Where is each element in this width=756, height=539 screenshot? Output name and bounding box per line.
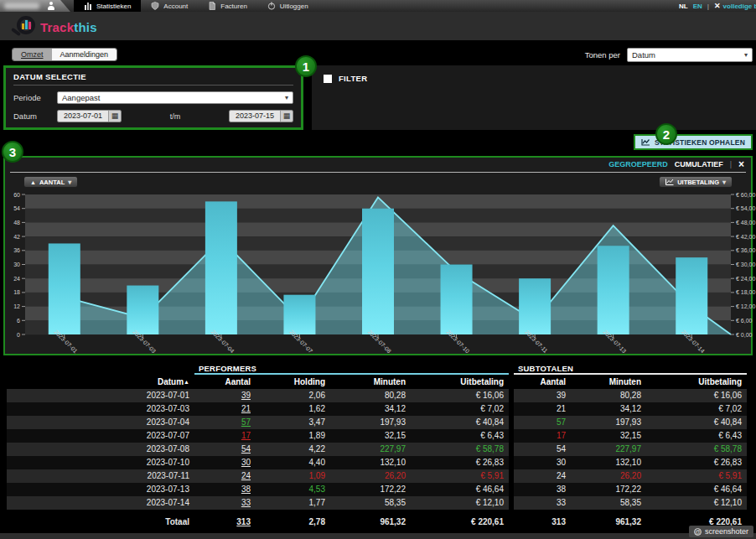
table-cell: 57 xyxy=(514,416,571,429)
divider xyxy=(10,172,746,173)
filter-checkbox[interactable] xyxy=(324,75,332,83)
tonen-per-select[interactable]: Datum ▾ xyxy=(627,48,753,62)
group-subtotalen: SUBTOTALEN xyxy=(514,364,747,375)
table-cell: 33 xyxy=(514,496,571,510)
uitbetaling-axis-button[interactable]: UITBETALING ▾ xyxy=(659,176,733,188)
table-cell: 54 xyxy=(514,443,571,456)
table-cell: 172,22 xyxy=(571,483,646,496)
footer-strip xyxy=(0,533,756,539)
chart-canvas: 06121824303642485460€ 0,00€ 6,00€ 12,00€… xyxy=(5,189,751,354)
nav-item-uitloggen[interactable]: Uitloggen xyxy=(257,0,318,12)
aantal-link[interactable]: 24 xyxy=(194,469,256,483)
svg-text:€ 60,00: € 60,00 xyxy=(736,192,755,198)
column-header[interactable]: Uitbetaling xyxy=(411,375,509,389)
table-row: 2023-07-01392,0680,28€ 16,063980,28€ 16,… xyxy=(7,389,756,402)
calendar-icon[interactable]: ▦ xyxy=(108,111,121,122)
sort-asc-icon: ▲ xyxy=(184,379,189,385)
annotation-badge-1: 1 xyxy=(295,55,317,77)
date-to-field[interactable]: 2023-07-15 ▦ xyxy=(229,110,293,122)
table-cell: 227,97 xyxy=(571,443,646,456)
table-cell: € 46,64 xyxy=(646,483,747,496)
group-performers: PERFORMERS xyxy=(194,364,509,375)
at-icon: @ xyxy=(694,528,702,536)
aantal-axis-button[interactable]: ▲ AANTAL ▾ xyxy=(23,176,78,188)
table-cell: 58,35 xyxy=(571,496,646,510)
tab-aanmeldingen[interactable]: Aanmeldingen xyxy=(52,49,117,60)
table-cell: € 40,84 xyxy=(646,416,747,429)
table-cell: 1,77 xyxy=(256,496,330,510)
table-cell: 172,22 xyxy=(330,483,411,496)
svg-text:6: 6 xyxy=(17,318,20,324)
periode-select[interactable]: Aangepast ▾ xyxy=(57,91,293,104)
fullwidth-toggle[interactable]: ✕volledige breedte xyxy=(714,2,756,10)
table-cell: € 6,43 xyxy=(646,429,747,443)
nav-item-account[interactable]: Account xyxy=(141,0,198,12)
aantal-link[interactable]: 38 xyxy=(194,483,256,496)
aantal-link[interactable]: 57 xyxy=(194,416,256,429)
power-icon xyxy=(267,2,276,10)
table-cell: € 5,91 xyxy=(411,469,509,483)
table-cell: 58,35 xyxy=(330,496,411,510)
chart-mode-links: GEGROEPEERD CUMULATIEF | × xyxy=(608,159,744,169)
table-cell: 3,47 xyxy=(256,416,330,429)
close-icon: ✕ xyxy=(714,2,721,10)
chart-close-icon[interactable]: × xyxy=(738,159,744,169)
svg-text:€ 24,00: € 24,00 xyxy=(736,276,755,282)
table-row: 2023-07-08544,22227,97€ 58,7854227,97€ 5… xyxy=(7,443,756,456)
column-header[interactable]: Holding xyxy=(256,375,330,389)
datum-cell: 2023-07-01 xyxy=(7,389,194,402)
calendar-icon[interactable]: ▦ xyxy=(280,111,293,122)
line-chart-icon xyxy=(641,138,650,146)
lang-en-link[interactable]: EN xyxy=(693,3,702,10)
table-cell: 4,40 xyxy=(256,456,330,469)
column-header-datum[interactable]: Datum▲ xyxy=(7,375,194,389)
aantal-link[interactable]: 54 xyxy=(194,443,256,456)
person-icon xyxy=(47,2,55,10)
svg-text:€ 54,00: € 54,00 xyxy=(736,205,755,211)
user-tab[interactable] xyxy=(0,0,72,12)
column-header[interactable]: Minuten xyxy=(571,375,646,389)
aantal-link[interactable]: 313 xyxy=(194,516,256,529)
table-cell: 30 xyxy=(514,456,571,469)
chevron-down-icon: ▾ xyxy=(285,94,288,101)
datum-cell: 2023-07-10 xyxy=(7,456,194,469)
app-window: Statistieken Account Facturen xyxy=(0,0,756,539)
nav-items: Statistieken Account Facturen xyxy=(74,0,318,12)
datum-cell: 2023-07-14 xyxy=(7,496,194,510)
statistieken-ophalen-button[interactable]: STATISTIEKEN OPHALEN xyxy=(634,134,753,150)
datum-label: Datum xyxy=(13,111,57,121)
datum-selectie-panel: DATUM SELECTIE Periode Aangepast ▾ Datum… xyxy=(3,65,303,130)
table-cell: € 7,02 xyxy=(411,402,509,416)
area-chart-icon: ▲ xyxy=(30,179,36,185)
chevron-down-icon: ▾ xyxy=(68,179,71,186)
table-cell: € 26,83 xyxy=(411,456,509,469)
app-logo[interactable]: Trackthis xyxy=(12,15,97,39)
cumulatief-link[interactable]: CUMULATIEF xyxy=(675,160,723,168)
table-cell: 132,10 xyxy=(571,456,646,469)
column-header[interactable]: Aantal xyxy=(514,375,571,389)
table-cell: 961,32 xyxy=(571,516,646,529)
bar-chart-icon xyxy=(84,2,92,10)
aantal-link[interactable]: 17 xyxy=(194,429,256,443)
screenshoter-watermark: @ screenshoter xyxy=(689,526,753,537)
aantal-link[interactable]: 30 xyxy=(194,456,256,469)
tab-omzet[interactable]: Omzet xyxy=(13,49,52,60)
svg-text:30: 30 xyxy=(13,262,20,267)
separator: | xyxy=(730,160,732,168)
aantal-link[interactable]: 33 xyxy=(194,496,256,510)
table-row: 2023-07-14331,7758,35€ 12,103358,35€ 12,… xyxy=(7,496,756,510)
table-row: 2023-07-13384,53172,22€ 46,6438172,22€ 4… xyxy=(7,483,756,496)
nav-item-statistieken[interactable]: Statistieken xyxy=(74,0,141,12)
aantal-link[interactable]: 39 xyxy=(194,389,256,402)
aantal-link[interactable]: 21 xyxy=(194,402,256,416)
lang-nl-link[interactable]: NL xyxy=(679,3,688,10)
date-from-field[interactable]: 2023-07-01 ▦ xyxy=(57,110,122,122)
chevron-down-icon: ▾ xyxy=(722,179,726,186)
column-header[interactable]: Aantal xyxy=(194,375,256,389)
column-header[interactable]: Minuten xyxy=(330,375,411,389)
table-row: 2023-07-07171,8932,15€ 6,431732,15€ 6,43 xyxy=(7,429,756,443)
nav-item-facturen[interactable]: Facturen xyxy=(198,0,257,12)
column-header[interactable]: Uitbetaling xyxy=(646,375,747,389)
annotation-badge-3: 3 xyxy=(2,141,23,163)
gegroepeerd-link[interactable]: GEGROEPEERD xyxy=(608,160,668,168)
